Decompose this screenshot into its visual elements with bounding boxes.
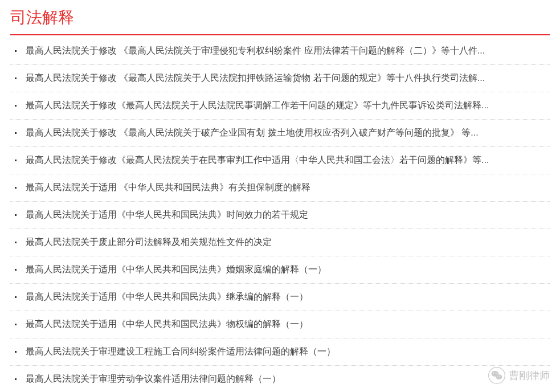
list-item-text: 最高人民法院关于适用《中华人民共和国民法典》继承编的解释（一） — [26, 291, 308, 303]
bullet-icon — [15, 187, 17, 189]
bullet-icon — [15, 77, 17, 79]
list-item[interactable]: 最高人民法院关于审理建设工程施工合同纠纷案件适用法律问题的解释（一） — [10, 338, 550, 366]
list-item-text: 最高人民法院关于修改 《最高人民法院关于审理侵犯专利权纠纷案件 应用法律若干问题… — [26, 45, 485, 57]
list-item[interactable]: 最高人民法院关于适用 《中华人民共和国民法典》有关担保制度的解释 — [10, 174, 550, 202]
svg-point-4 — [496, 373, 497, 374]
list-item[interactable]: 最高人民法院关于修改《最高人民法院关于在民事审判工作中适用〈中华人民共和国工会法… — [10, 147, 550, 174]
bullet-icon — [15, 324, 17, 325]
list-item[interactable]: 最高人民法院关于审理劳动争议案件适用法律问题的解释（一） — [10, 366, 550, 392]
list-item[interactable]: 最高人民法院关于适用《中华人民共和国民法典》时间效力的若干规定 — [10, 202, 550, 229]
wechat-watermark: 曹刚律师 — [488, 367, 550, 384]
bullet-icon — [15, 105, 17, 107]
list-item[interactable]: 最高人民法院关于适用《中华人民共和国民法典》婚姻家庭编的解释（一） — [10, 256, 550, 284]
list-item-text: 最高人民法院关于适用《中华人民共和国民法典》物权编的解释（一） — [26, 318, 308, 330]
svg-point-5 — [497, 375, 498, 377]
list-item-text: 最高人民法院关于废止部分司法解释及相关规范性文件的决定 — [26, 236, 272, 248]
list-item-text: 最高人民法院关于修改《最高人民法院关于人民法院民事调解工作若干问题的规定》等十九… — [26, 100, 489, 112]
bullet-icon — [15, 50, 17, 52]
bullet-icon — [15, 132, 17, 134]
list-item-text: 最高人民法院关于修改 《最高人民法院关于人民法院扣押铁路运输货物 若干问题的规定… — [26, 72, 485, 84]
list-item[interactable]: 最高人民法院关于修改 《最高人民法院关于人民法院扣押铁路运输货物 若干问题的规定… — [10, 65, 550, 92]
list-item[interactable]: 最高人民法院关于修改《最高人民法院关于人民法院民事调解工作若干问题的规定》等十九… — [10, 92, 550, 120]
bullet-icon — [15, 269, 17, 271]
list-item-text: 最高人民法院关于修改《最高人民法院关于在民事审判工作中适用〈中华人民共和国工会法… — [26, 154, 489, 166]
wechat-account-name: 曹刚律师 — [509, 369, 550, 382]
bullet-icon — [15, 160, 17, 161]
svg-point-3 — [493, 373, 494, 374]
svg-point-6 — [500, 375, 501, 377]
list-item[interactable]: 最高人民法院关于废止部分司法解释及相关规范性文件的决定 — [10, 229, 550, 256]
list-item[interactable]: 最高人民法院关于适用《中华人民共和国民法典》物权编的解释（一） — [10, 311, 550, 338]
section-title: 司法解释 — [10, 7, 550, 35]
bullet-icon — [15, 378, 17, 380]
wechat-icon — [488, 367, 505, 384]
bullet-icon — [15, 242, 17, 243]
svg-point-2 — [496, 374, 502, 379]
list-item-text: 最高人民法院关于适用 《中华人民共和国民法典》有关担保制度的解释 — [26, 182, 310, 194]
list-item-text: 最高人民法院关于修改 《最高人民法院关于破产企业国有划 拨土地使用权应否列入破产… — [26, 127, 479, 139]
list-item-text: 最高人民法院关于审理建设工程施工合同纠纷案件适用法律问题的解释（一） — [26, 346, 336, 358]
list-item[interactable]: 最高人民法院关于修改 《最高人民法院关于破产企业国有划 拨土地使用权应否列入破产… — [10, 120, 550, 147]
article-list: 最高人民法院关于修改 《最高人民法院关于审理侵犯专利权纠纷案件 应用法律若干问题… — [10, 38, 550, 392]
bullet-icon — [15, 296, 17, 298]
list-item[interactable]: 最高人民法院关于适用《中华人民共和国民法典》继承编的解释（一） — [10, 284, 550, 311]
bullet-icon — [15, 351, 17, 353]
list-item-text: 最高人民法院关于适用《中华人民共和国民法典》时间效力的若干规定 — [26, 209, 308, 221]
list-item-text: 最高人民法院关于适用《中华人民共和国民法典》婚姻家庭编的解释（一） — [26, 264, 326, 276]
bullet-icon — [15, 214, 17, 216]
list-item-text: 最高人民法院关于审理劳动争议案件适用法律问题的解释（一） — [26, 373, 281, 385]
list-item[interactable]: 最高人民法院关于修改 《最高人民法院关于审理侵犯专利权纠纷案件 应用法律若干问题… — [10, 38, 550, 65]
